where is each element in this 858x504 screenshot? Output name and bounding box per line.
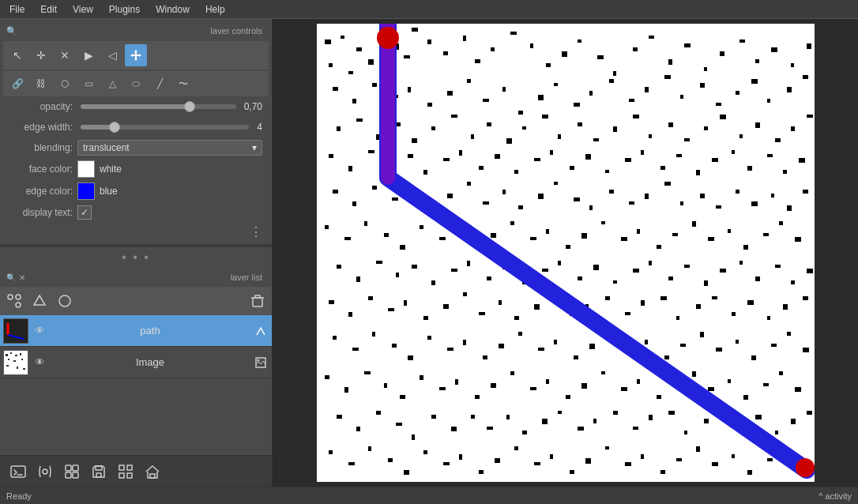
tool-link[interactable]: 🔗 xyxy=(6,73,28,95)
new-labels-layer-btn[interactable] xyxy=(54,290,76,312)
edge-width-value: 4 xyxy=(257,122,262,133)
layer-list-title: laver list xyxy=(228,271,265,284)
more-options-icon[interactable]: ⋮ xyxy=(250,224,262,239)
layer-controls-title: laver controls xyxy=(208,24,265,37)
search-icon: 🔍 xyxy=(6,26,17,36)
layer-list-panel: 🔍 ✕ laver list xyxy=(0,268,272,455)
edge-color-row: edge color: blue xyxy=(3,180,269,202)
edge-color-swatch[interactable] xyxy=(77,182,95,200)
layer-name-path: path xyxy=(51,325,250,337)
svg-point-19 xyxy=(258,359,260,361)
panel-divider: • • • xyxy=(0,247,272,268)
layer-list-header: 🔍 ✕ laver list xyxy=(0,268,272,287)
edge-width-slider[interactable] xyxy=(81,125,249,130)
grid-btn[interactable] xyxy=(114,460,137,483)
terminal-btn[interactable] xyxy=(6,460,30,483)
svg-rect-31 xyxy=(127,473,132,478)
tool-close[interactable]: ✕ xyxy=(54,44,76,66)
layer-list-small-icon: ✕ xyxy=(19,273,25,282)
plugin-btn[interactable] xyxy=(60,460,84,483)
menu-help[interactable]: Help xyxy=(199,2,231,17)
svg-rect-27 xyxy=(96,466,102,470)
display-text-checkbox[interactable]: ✓ xyxy=(77,205,92,220)
blending-row: blending: translucent ▾ xyxy=(3,137,269,158)
svg-rect-20 xyxy=(11,466,25,477)
tool-polygon[interactable]: ⬡ xyxy=(54,73,76,95)
svg-rect-32 xyxy=(150,474,155,478)
toolbar-row-2: 🔗 ⛓ ⬡ ▭ △ ⬭ ╱ 〜 xyxy=(3,71,269,96)
dropdown-chevron-icon: ▾ xyxy=(252,142,257,153)
tool-unlink[interactable]: ⛓ xyxy=(30,73,52,95)
layer-type-path-icon xyxy=(253,323,269,339)
menu-window[interactable]: Window xyxy=(149,2,196,17)
tool-back[interactable]: ↖ xyxy=(6,44,28,66)
layer-item-path[interactable]: 👁 path xyxy=(0,315,272,347)
activity-text: ^ activity xyxy=(818,491,852,501)
menubar: File Edit View Plugins Window Help xyxy=(0,0,858,19)
svg-rect-22 xyxy=(66,465,71,471)
opacity-label: opacity: xyxy=(9,101,73,112)
menu-plugins[interactable]: Plugins xyxy=(103,2,146,17)
edge-color-value: blue xyxy=(100,186,118,197)
svg-point-2 xyxy=(16,295,21,299)
tool-ellipse[interactable]: ⬭ xyxy=(125,73,147,95)
tool-rect[interactable]: ▭ xyxy=(77,73,100,95)
display-text-row: display text: ✓ xyxy=(3,202,269,223)
left-panel: 🔍 laver controls ↖ ✛ ✕ ▶ ◁ 🔗 xyxy=(0,19,273,487)
blending-value: translucent xyxy=(83,142,130,153)
svg-rect-24 xyxy=(66,472,71,478)
menu-file[interactable]: File xyxy=(3,2,31,17)
statusbar: Ready ^ activity xyxy=(0,487,858,504)
layer-thumb-image xyxy=(3,350,28,375)
tool-triangle[interactable]: △ xyxy=(101,73,123,95)
svg-rect-9 xyxy=(10,352,12,354)
menu-view[interactable]: View xyxy=(66,2,100,17)
layer-name-image: Image xyxy=(51,356,250,368)
main-canvas[interactable] xyxy=(317,24,815,482)
display-text-label: display text: xyxy=(9,207,73,218)
svg-rect-26 xyxy=(96,473,101,477)
panel-search-bar: 🔍 laver controls xyxy=(3,22,269,39)
svg-point-1 xyxy=(16,303,21,307)
opacity-row: opacity: 0,70 xyxy=(3,96,269,117)
main-layout: 🔍 laver controls ↖ ✛ ✕ ▶ ◁ 🔗 xyxy=(0,19,858,487)
bottom-toolbar xyxy=(0,455,272,487)
edge-width-label: edge width: xyxy=(9,122,73,133)
layer-visibility-path[interactable]: 👁 xyxy=(32,323,47,339)
save-btn[interactable] xyxy=(87,460,111,483)
face-color-row: face color: white xyxy=(3,158,269,180)
canvas-area[interactable] xyxy=(273,19,858,487)
home-btn[interactable] xyxy=(141,460,164,483)
svg-rect-8 xyxy=(6,354,8,356)
layer-list-search-icon: 🔍 xyxy=(6,273,16,282)
svg-rect-12 xyxy=(8,359,9,360)
svg-rect-10 xyxy=(15,355,17,356)
tool-move[interactable] xyxy=(125,44,147,66)
face-color-swatch[interactable] xyxy=(77,160,95,178)
tool-select[interactable]: ▶ xyxy=(77,44,100,66)
svg-rect-11 xyxy=(20,353,21,355)
layer-controls-panel: 🔍 laver controls ↖ ✛ ✕ ▶ ◁ 🔗 xyxy=(0,19,272,244)
tool-direct-select[interactable]: ◁ xyxy=(101,44,123,66)
svg-rect-28 xyxy=(119,465,124,470)
svg-rect-29 xyxy=(127,465,132,470)
delete-layer-btn[interactable] xyxy=(246,290,269,312)
tool-add[interactable]: ✛ xyxy=(30,44,52,66)
opacity-slider[interactable] xyxy=(81,104,236,109)
svg-rect-13 xyxy=(13,360,16,362)
tool-line[interactable]: ╱ xyxy=(149,73,171,95)
tool-path[interactable]: 〜 xyxy=(172,73,194,95)
layer-visibility-image[interactable]: 👁 xyxy=(32,355,47,370)
script-btn[interactable] xyxy=(33,460,57,483)
new-shapes-layer-btn[interactable] xyxy=(28,290,51,312)
layer-item-image[interactable]: 👁 Image xyxy=(0,347,272,378)
svg-rect-25 xyxy=(73,472,78,478)
svg-rect-4 xyxy=(253,298,262,307)
edge-width-row: edge width: 4 xyxy=(3,117,269,137)
svg-rect-16 xyxy=(17,367,18,369)
blending-dropdown[interactable]: translucent ▾ xyxy=(77,140,262,156)
svg-rect-15 xyxy=(6,365,9,367)
new-points-layer-btn[interactable] xyxy=(3,290,25,312)
layer-thumb-path xyxy=(3,318,28,344)
menu-edit[interactable]: Edit xyxy=(34,2,63,17)
